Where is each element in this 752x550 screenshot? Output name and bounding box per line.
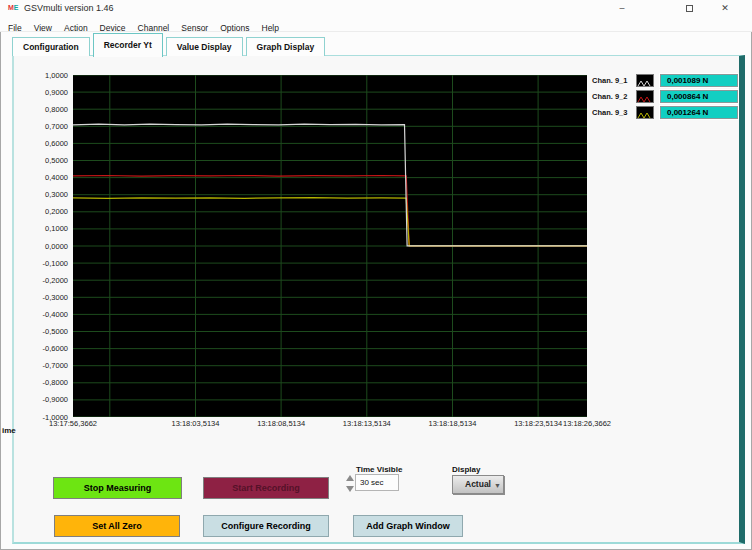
legend-waveform-icon[interactable] <box>636 90 654 103</box>
app-logo-icon: ME <box>8 4 19 11</box>
y-tick-label: -0,5000 <box>18 327 68 336</box>
y-tick-label: 0,6000 <box>18 139 68 148</box>
time-visible-increment-icon[interactable] <box>346 475 354 481</box>
legend-channel-label: Chan. 9_3 <box>592 108 634 117</box>
legend-waveform-icon[interactable] <box>636 106 654 119</box>
series-line-chan-9-2 <box>73 176 587 246</box>
channel-value-box: 0,001089 N <box>660 74 738 87</box>
y-tick-label: 0,5000 <box>18 156 68 165</box>
stop-measuring-button[interactable]: Stop Measuring <box>53 477 182 499</box>
start-recording-button[interactable]: Start Recording <box>203 477 329 499</box>
channel-value-box: 0,001264 N <box>660 106 738 119</box>
display-dropdown-value: Actual <box>465 479 491 489</box>
x-tick-label: 13:18:18,5134 <box>412 419 492 428</box>
channel-value-box: 0,000864 N <box>660 90 738 103</box>
time-visible-decrement-icon[interactable] <box>346 486 354 492</box>
chevron-down-icon: ▼ <box>494 477 501 494</box>
menu-bar: FileViewActionDeviceChannelSensorOptions… <box>0 17 752 32</box>
maximize-button[interactable] <box>673 0 705 17</box>
tab-configuration[interactable]: Configuration <box>12 37 90 56</box>
x-tick-label: 13:18:08,5134 <box>241 419 321 428</box>
y-tick-label: 0,1000 <box>18 224 68 233</box>
y-tick-label: -0,2000 <box>18 276 68 285</box>
y-tick-label: -0,1000 <box>18 259 68 268</box>
y-tick-label: 0,4000 <box>18 173 68 182</box>
display-dropdown[interactable]: Actual▼ <box>452 475 504 494</box>
add-graph-window-button[interactable]: Add Graph Window <box>353 515 463 537</box>
y-tick-label: -0,9000 <box>18 395 68 404</box>
series-line-chan-9-3 <box>73 198 587 246</box>
tab-strip: ConfigurationRecorder YtValue DisplayGra… <box>12 31 328 56</box>
y-tick-label: -0,7000 <box>18 361 68 370</box>
x-tick-label: 13:18:26,3662 <box>547 419 627 428</box>
legend-waveform-icon[interactable] <box>636 74 654 87</box>
maximize-icon <box>686 5 693 12</box>
y-tick-label: 0,9000 <box>18 88 68 97</box>
x-tick-label: 13:18:13,5134 <box>327 419 407 428</box>
tab-value-display[interactable]: Value Display <box>166 37 243 56</box>
y-tick-label: -0,6000 <box>18 344 68 353</box>
plot-area <box>73 75 587 417</box>
display-label: Display <box>452 465 480 474</box>
time-visible-input[interactable]: 30 sec <box>355 474 399 491</box>
y-tick-label: -0,3000 <box>18 293 68 302</box>
legend-channel-label: Chan. 9_1 <box>592 76 634 85</box>
time-axis-label: ime <box>2 426 16 435</box>
close-button[interactable]: ✕ <box>709 0 741 17</box>
chart-canvas <box>73 75 587 417</box>
y-tick-label: 0,8000 <box>18 105 68 114</box>
series-line-chan-9-1 <box>73 124 587 246</box>
title-bar: ME GSVmulti version 1.46 – ✕ <box>0 0 752 17</box>
x-tick-label: 13:18:03,5134 <box>155 419 235 428</box>
y-tick-label: 0,2000 <box>18 207 68 216</box>
y-tick-label: 0,0000 <box>18 242 68 251</box>
y-tick-label: 1,0000 <box>18 71 68 80</box>
y-tick-label: 0,3000 <box>18 190 68 199</box>
app-window: ME GSVmulti version 1.46 – ✕ FileViewAct… <box>0 0 752 550</box>
x-tick-label: 13:17:56,3662 <box>33 419 113 428</box>
legend-channel-label: Chan. 9_2 <box>592 92 634 101</box>
y-tick-label: 0,7000 <box>18 122 68 131</box>
configure-recording-button[interactable]: Configure Recording <box>203 515 329 537</box>
y-tick-label: -0,8000 <box>18 378 68 387</box>
minimize-button[interactable]: – <box>606 0 638 17</box>
window-title: GSVmulti version 1.46 <box>24 3 114 13</box>
time-visible-label: Time Visible <box>356 465 402 474</box>
tab-graph-display[interactable]: Graph Display <box>246 37 326 56</box>
set-all-zero-button[interactable]: Set All Zero <box>54 515 180 537</box>
tab-recorder-yt[interactable]: Recorder Yt <box>93 33 163 57</box>
y-tick-label: -0,4000 <box>18 310 68 319</box>
